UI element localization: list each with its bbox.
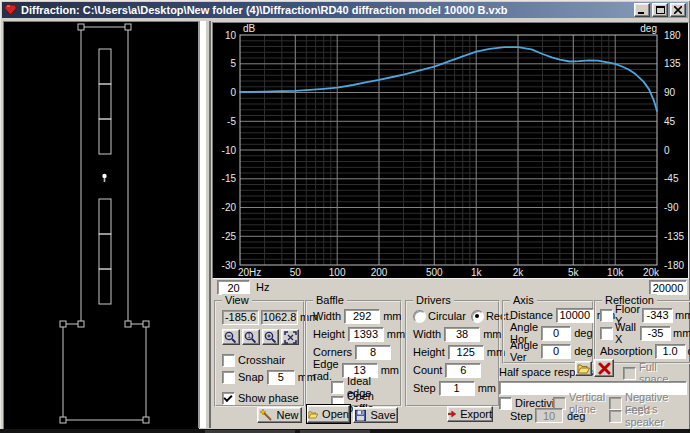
save-button[interactable]: Save (353, 407, 398, 423)
zoom-in-button[interactable] (262, 329, 280, 345)
window-title: Diffraction: C:\Users\a\Desktop\New fold… (21, 4, 630, 16)
svg-text:2k: 2k (513, 267, 525, 276)
baffle-width-label: Width (313, 310, 341, 322)
baffle-corners-input[interactable] (355, 345, 391, 360)
driver-step-input[interactable] (439, 381, 475, 396)
driver-width-unit: mm (483, 328, 501, 340)
response-chart: dBdeg1050-5-10-15-20-25-3018013590450-45… (212, 22, 689, 279)
maximize-icon (656, 6, 665, 14)
crosshair-checkbox[interactable] (222, 354, 235, 367)
svg-text:0: 0 (230, 87, 236, 98)
window-controls (634, 3, 686, 17)
baffle-canvas[interactable] (3, 21, 200, 430)
driver-height-input[interactable] (448, 345, 484, 360)
driver-width-label: Width (413, 328, 441, 340)
svg-text:135: 135 (664, 58, 681, 69)
negative-angles-checkbox[interactable] (609, 397, 622, 410)
taskbar-edge (0, 429, 690, 433)
freq-end-input[interactable] (649, 280, 687, 295)
full-space-checkbox[interactable] (623, 367, 636, 380)
svg-text:500: 500 (426, 267, 443, 276)
axis-group-title: Axis (510, 294, 537, 306)
baffle-group-title: Baffle (313, 294, 347, 306)
axis-group: Axis Distance mm Angle Hor deg Angle Ver… (502, 300, 594, 364)
baffle-width-input[interactable] (344, 309, 380, 324)
svg-text:100: 100 (329, 267, 346, 276)
directivity-step-input[interactable] (535, 408, 563, 423)
driver-height-label: Height (413, 346, 445, 358)
delete-x-icon (598, 362, 611, 375)
panel-splitter[interactable] (198, 21, 211, 428)
driver-count-label: Count (413, 364, 442, 376)
titlebar[interactable]: Diffraction: C:\Users\a\Desktop\New fold… (2, 2, 688, 18)
half-space-open-button[interactable] (575, 361, 592, 376)
show-phase-checkbox[interactable] (222, 392, 235, 405)
baffle-height-label: Height (313, 328, 345, 340)
new-button[interactable]: New (257, 407, 302, 423)
wall-reflection-checkbox[interactable] (600, 327, 613, 340)
absorption-input[interactable] (655, 344, 686, 359)
baffle-height-input[interactable] (348, 327, 384, 342)
floor-reflection-checkbox[interactable] (600, 309, 613, 322)
freq-start-input[interactable] (217, 280, 250, 295)
driver-circular-radio[interactable] (413, 310, 426, 323)
zoom-out-icon (224, 331, 237, 344)
magic-wand-icon (260, 409, 272, 421)
svg-text:90: 90 (664, 87, 676, 98)
snap-checkbox[interactable] (222, 371, 235, 384)
axis-angle-ver-label: Angle Ver (510, 339, 538, 363)
svg-text:-135: -135 (664, 231, 684, 242)
svg-text:50: 50 (290, 267, 302, 276)
driver-width-input[interactable] (444, 327, 480, 342)
app-icon (4, 4, 17, 16)
svg-text:-30: -30 (222, 260, 237, 271)
svg-text:0: 0 (664, 145, 670, 156)
feed-speaker-label: Feed speaker (625, 404, 689, 428)
wall-x-input[interactable] (640, 326, 671, 341)
baffle-corners-label: Corners (313, 346, 352, 358)
zoom-fit-button[interactable] (281, 329, 299, 345)
svg-text:10: 10 (225, 30, 237, 41)
svg-text:-5: -5 (227, 116, 236, 127)
maximize-button[interactable] (652, 3, 668, 17)
reflection-group: Reflection Floor Y mm Wall X mm Absorpti… (594, 300, 690, 364)
directivity-checkbox[interactable] (499, 397, 512, 410)
driver-step-label: Step (413, 382, 436, 394)
svg-text:180: 180 (664, 30, 681, 41)
close-button[interactable] (670, 3, 686, 17)
axis-angle-ver-input[interactable] (541, 344, 571, 359)
driver-count-input[interactable] (445, 363, 481, 378)
baffle-drawing (4, 22, 197, 427)
feed-speaker-checkbox[interactable] (609, 410, 622, 423)
open-folder-icon (577, 363, 590, 374)
absorption-label: Absorption (600, 345, 653, 357)
axis-angle-ver-unit: deg (574, 345, 592, 357)
export-button[interactable]: Export (447, 406, 493, 422)
driver-step-unit: mm (478, 382, 496, 394)
response-chart-plot: dBdeg1050-5-10-15-20-25-3018013590450-45… (213, 23, 686, 276)
svg-text:200: 200 (371, 267, 388, 276)
snap-value-input[interactable] (267, 370, 295, 385)
driver-rect-radio[interactable] (471, 310, 484, 323)
axis-distance-input[interactable] (556, 308, 594, 323)
half-space-clear-button[interactable] (594, 359, 614, 377)
show-phase-label: Show phase (238, 392, 299, 404)
view-group: View -185.6 1062.8 mm 1 Crosshair Snap m… (214, 300, 305, 407)
cursor-y-readout: 1062.8 (261, 310, 298, 325)
minimize-button[interactable] (634, 3, 650, 17)
svg-text:-90: -90 (664, 202, 679, 213)
baffle-group: Baffle Width mm Height mm Corners Edge r… (305, 300, 402, 407)
snap-label: Snap (238, 371, 264, 383)
zoom-reset-button[interactable]: 1 (242, 329, 260, 345)
close-icon (674, 6, 682, 14)
zoom-one-icon: 1 (244, 331, 257, 344)
save-disk-icon (355, 410, 366, 421)
ideal-edge-checkbox[interactable] (331, 381, 344, 394)
export-arrow-icon (448, 409, 456, 419)
axis-angle-hor-input[interactable] (541, 326, 571, 341)
export-button-label: Export (460, 408, 492, 420)
floor-y-input[interactable] (642, 308, 673, 323)
zoom-out-button[interactable] (222, 329, 240, 345)
svg-text:5: 5 (230, 58, 236, 69)
open-button[interactable]: Open (307, 405, 350, 423)
